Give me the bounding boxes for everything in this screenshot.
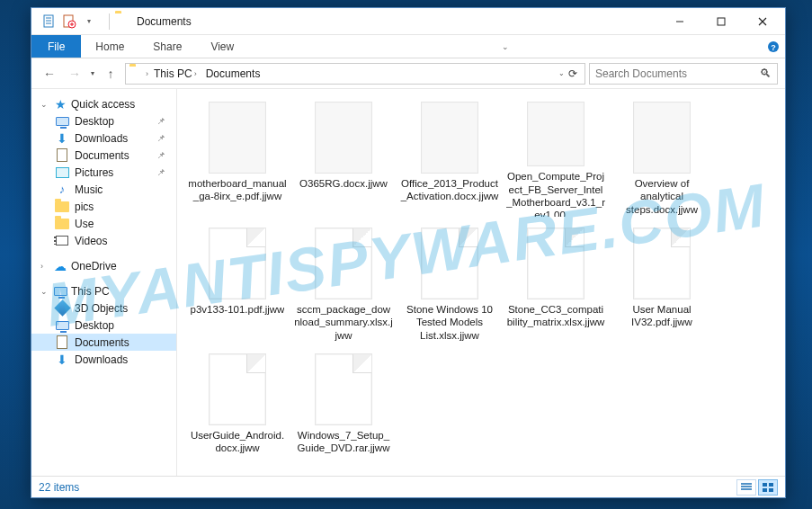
address-bar[interactable]: › This PC› Documents ⌄ ⟳ [125, 63, 585, 85]
file-item[interactable]: Office_2013_Product_Activation.docx.jjww [397, 94, 503, 220]
sidebar-item-label: Music [75, 183, 103, 196]
downloads-icon: ⬇ [55, 353, 69, 367]
sidebar-item-label: Use [75, 218, 94, 230]
pin-icon: 📌︎ [156, 150, 171, 160]
navigation-pane: ⌄ ★ Quick access Desktop📌︎⬇Downloads📌︎Do… [31, 89, 177, 476]
sidebar-item-pics[interactable]: pics [31, 198, 176, 215]
this-pc-icon [53, 284, 67, 299]
chevron-down-icon: ⌄ [40, 100, 49, 109]
sidebar-item-label: Pictures [75, 166, 113, 179]
minimize-button[interactable] [659, 8, 700, 35]
sidebar-item-this-pc[interactable]: ⌄ This PC [31, 283, 176, 299]
ribbon-expand-icon[interactable]: ⌄ [499, 35, 512, 58]
history-dropdown-icon[interactable]: ▾ [91, 69, 94, 77]
tab-share[interactable]: Share [138, 35, 196, 58]
sidebar-item-label: Documents [75, 336, 129, 349]
pin-icon: 📌︎ [156, 133, 171, 143]
svg-rect-13 [769, 488, 773, 492]
downloads-icon: ⬇ [55, 131, 69, 146]
chevron-right-icon: › [40, 262, 49, 271]
file-item[interactable]: Overview of analytical steps.docx.jjww [609, 94, 715, 220]
chevron-right-icon[interactable]: › [146, 69, 148, 78]
file-item[interactable]: p3v133-101.pdf.jjww [184, 220, 290, 346]
file-item[interactable]: UserGuide_Android.docx.jjww [184, 346, 290, 472]
large-icons-view-button[interactable] [758, 479, 778, 496]
sidebar-item-label: 3D Objects [75, 302, 128, 315]
file-item[interactable]: Stone_CC3_compatibility_matrix.xlsx.jjww [503, 220, 609, 346]
sidebar-item-label: Downloads [75, 132, 128, 145]
file-icon [209, 102, 266, 174]
search-icon[interactable]: 🔍︎ [760, 67, 772, 80]
breadcrumb-documents[interactable]: Documents [202, 67, 264, 80]
file-item[interactable]: O365RG.docx.jjww [290, 94, 397, 220]
sidebar-item-documents[interactable]: Documents [31, 334, 176, 351]
file-icon [315, 102, 372, 174]
breadcrumb-this-pc[interactable]: This PC› [150, 67, 201, 80]
onedrive-group: › ☁ OneDrive [31, 258, 176, 274]
sidebar-item-pictures[interactable]: Pictures📌︎ [31, 164, 176, 181]
sidebar-item-onedrive[interactable]: › ☁ OneDrive [31, 258, 176, 274]
properties-icon[interactable] [40, 13, 58, 31]
sidebar-item-documents[interactable]: Documents📌︎ [31, 147, 176, 164]
desktop-icon [55, 114, 69, 129]
file-icon [315, 228, 372, 299]
documents-icon [55, 148, 69, 163]
new-folder-qat-icon[interactable] [60, 13, 78, 31]
file-icon [209, 353, 266, 425]
qat-dropdown-icon[interactable]: ▾ [80, 13, 98, 31]
music-icon: ♪ [55, 183, 69, 197]
file-item[interactable]: sccm_package_download_summary.xlsx.jjww [290, 220, 397, 346]
sidebar-item-downloads[interactable]: ⬇Downloads [31, 351, 176, 368]
documents-icon [55, 335, 69, 350]
file-item[interactable]: motherboard_manual_ga-8irx_e.pdf.jjww [184, 94, 290, 220]
file-name: O365RG.docx.jjww [299, 177, 388, 190]
maximize-button[interactable] [700, 8, 742, 35]
file-item[interactable]: Windows_7_Setup_Guide_DVD.rar.jjww [290, 346, 397, 472]
file-item[interactable]: Stone Windows 10 Tested Models List.xlsx… [397, 220, 503, 346]
sidebar-item-videos[interactable]: Videos [31, 232, 176, 249]
tab-home[interactable]: Home [81, 35, 138, 58]
sidebar-item-label: Downloads [75, 353, 128, 366]
sidebar-item-desktop[interactable]: Desktop [31, 317, 176, 334]
forward-button[interactable]: → [64, 63, 85, 85]
sidebar-item-3d-objects[interactable]: 3D Objects [31, 299, 176, 317]
sidebar-item-desktop[interactable]: Desktop📌︎ [31, 112, 176, 129]
pictures-icon [55, 165, 69, 180]
body: ⌄ ★ Quick access Desktop📌︎⬇Downloads📌︎Do… [31, 89, 785, 476]
search-input[interactable]: Search Documents 🔍︎ [589, 63, 778, 85]
sidebar-item-music[interactable]: ♪Music [31, 181, 176, 198]
pin-icon: 📌︎ [156, 116, 171, 126]
explorer-window: ▾ Documents File Home Share View ⌄ ? ← [31, 7, 786, 498]
sidebar-item-downloads[interactable]: ⬇Downloads📌︎ [31, 129, 176, 147]
file-name: Stone Windows 10 Tested Models List.xlsx… [400, 303, 499, 342]
file-name: Stone_CC3_compatibility_matrix.xlsx.jjww [506, 303, 605, 329]
videos-icon [55, 234, 69, 248]
file-name: motherboard_manual_ga-8irx_e.pdf.jjww [188, 177, 287, 203]
3dobjects-icon [55, 301, 69, 316]
quick-access-group: ⌄ ★ Quick access Desktop📌︎⬇Downloads📌︎Do… [31, 96, 176, 249]
up-button[interactable]: ↑ [100, 63, 121, 85]
file-icon [527, 102, 584, 166]
file-list-pane[interactable]: motherboard_manual_ga-8irx_e.pdf.jjwwO36… [177, 89, 785, 476]
file-icon [527, 228, 584, 299]
search-placeholder: Search Documents [595, 67, 687, 80]
file-item[interactable]: User Manual IV32.pdf.jjww [609, 220, 715, 346]
refresh-icon[interactable]: ⟳ [568, 67, 577, 80]
back-button[interactable]: ← [39, 63, 60, 85]
sidebar-item-use[interactable]: Use [31, 215, 176, 232]
file-item[interactable]: Open_Compute_Project_FB_Server_Intel_Mot… [503, 94, 609, 220]
sidebar-item-quick-access[interactable]: ⌄ ★ Quick access [31, 96, 176, 112]
cloud-icon: ☁ [53, 259, 67, 273]
sidebar-item-label: OneDrive [71, 260, 117, 272]
close-button[interactable] [742, 8, 783, 35]
sidebar-item-label: This PC [71, 285, 110, 298]
file-name: p3v133-101.pdf.jjww [191, 303, 285, 316]
file-name: Windows_7_Setup_Guide_DVD.rar.jjww [294, 429, 393, 455]
help-icon[interactable]: ? [762, 35, 785, 58]
address-dropdown-icon[interactable]: ⌄ [558, 69, 565, 77]
tab-view[interactable]: View [196, 35, 248, 58]
details-view-button[interactable] [736, 479, 756, 496]
file-tab[interactable]: File [31, 35, 81, 58]
this-pc-group: ⌄ This PC 3D ObjectsDesktopDocuments⬇Dow… [31, 283, 176, 368]
file-icon [315, 353, 372, 425]
